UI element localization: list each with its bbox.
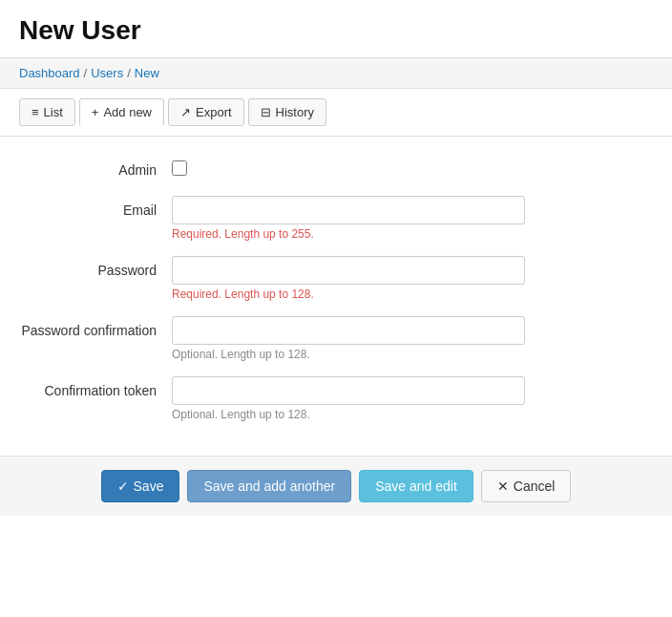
toolbar: List Add new Export History <box>0 89 672 137</box>
toolbar-history-btn[interactable]: History <box>248 98 326 126</box>
history-icon <box>261 105 271 119</box>
save-edit-label: Save and edit <box>375 479 457 494</box>
email-hint: Required. Length up to 255. <box>172 227 525 241</box>
form-row-admin: Admin <box>19 156 634 181</box>
save-add-another-button[interactable]: Save and add another <box>187 470 351 502</box>
password-confirm-label: Password confirmation <box>19 316 172 341</box>
form-row-confirm-token: Confirmation token Optional. Length up t… <box>19 376 634 421</box>
cancel-button[interactable]: Cancel <box>481 470 572 502</box>
footer-actions: Save Save and add another Save and edit … <box>0 456 672 516</box>
save-add-label: Save and add another <box>203 479 335 494</box>
breadcrumb-new[interactable]: New <box>135 66 159 80</box>
breadcrumb-sep-1: / <box>84 66 88 80</box>
toolbar-add-new-btn[interactable]: Add new <box>79 98 164 126</box>
page-title: New User <box>19 15 653 46</box>
cancel-label: Cancel <box>514 479 556 494</box>
email-control-wrap: Required. Length up to 255. <box>172 196 525 241</box>
export-icon <box>180 105 191 119</box>
toolbar-list-btn[interactable]: List <box>19 98 75 126</box>
x-icon <box>497 479 509 494</box>
breadcrumb-sep-2: / <box>127 66 131 80</box>
confirm-token-control-wrap: Optional. Length up to 128. <box>172 376 525 421</box>
confirm-token-input[interactable] <box>172 376 525 405</box>
toolbar-add-new-label: Add new <box>103 105 152 119</box>
page-wrapper: New User Dashboard / Users / New List Ad… <box>0 0 672 617</box>
password-hint: Required. Length up to 128. <box>172 287 525 301</box>
breadcrumb: Dashboard / Users / New <box>19 66 653 80</box>
form-row-password: Password Required. Length up to 128. <box>19 256 634 301</box>
admin-control-wrap <box>172 156 525 179</box>
list-icon <box>32 105 39 119</box>
breadcrumb-users[interactable]: Users <box>91 66 123 80</box>
password-confirm-control-wrap: Optional. Length up to 128. <box>172 316 525 361</box>
toolbar-list-label: List <box>44 105 63 119</box>
password-confirm-input[interactable] <box>172 316 525 345</box>
password-input[interactable] <box>172 256 525 285</box>
check-icon <box>117 479 129 494</box>
password-confirm-hint: Optional. Length up to 128. <box>172 348 525 361</box>
form-row-password-confirm: Password confirmation Optional. Length u… <box>19 316 634 361</box>
save-label: Save <box>134 479 164 494</box>
admin-checkbox[interactable] <box>172 160 187 176</box>
toolbar-history-label: History <box>276 105 314 119</box>
save-button[interactable]: Save <box>101 470 180 502</box>
plus-icon <box>92 105 99 119</box>
email-label: Email <box>19 196 172 221</box>
form-row-email: Email Required. Length up to 255. <box>19 196 634 241</box>
password-label: Password <box>19 256 172 281</box>
breadcrumb-bar: Dashboard / Users / New <box>0 58 672 89</box>
email-input[interactable] <box>172 196 525 224</box>
toolbar-export-label: Export <box>196 105 232 119</box>
form-area: Admin Email Required. Length up to 255. … <box>0 137 672 456</box>
confirm-token-hint: Optional. Length up to 128. <box>172 408 525 421</box>
admin-label: Admin <box>19 156 172 181</box>
save-edit-button[interactable]: Save and edit <box>359 470 473 502</box>
password-control-wrap: Required. Length up to 128. <box>172 256 525 301</box>
page-header: New User <box>0 0 672 58</box>
toolbar-export-btn[interactable]: Export <box>168 98 244 126</box>
breadcrumb-dashboard[interactable]: Dashboard <box>19 66 80 80</box>
confirm-token-label: Confirmation token <box>19 376 172 401</box>
